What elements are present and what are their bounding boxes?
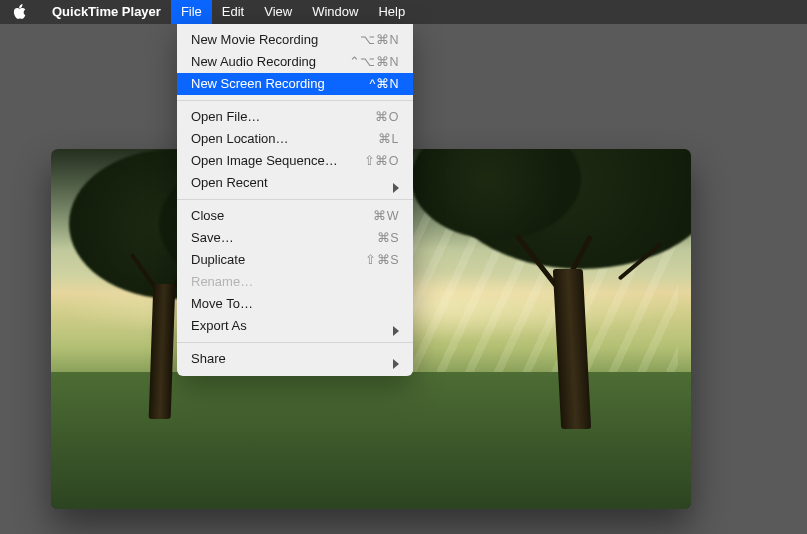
menu-item-export-as[interactable]: Export As [177,315,413,337]
menu-item-label: New Screen Recording [191,73,325,95]
apple-logo-icon[interactable] [12,4,28,20]
menu-item-rename: Rename… [177,271,413,293]
file-menu-dropdown: New Movie Recording ⌥⌘N New Audio Record… [177,24,413,376]
menu-item-new-audio-recording[interactable]: New Audio Recording ⌃⌥⌘N [177,51,413,73]
menu-item-shortcut: ⌥⌘N [360,29,399,51]
menu-separator [177,100,413,101]
menubar-item-edit[interactable]: Edit [212,0,254,24]
menu-item-close[interactable]: Close ⌘W [177,205,413,227]
menu-item-shortcut: ⌃⌥⌘N [349,51,399,73]
menu-item-save[interactable]: Save… ⌘S [177,227,413,249]
menubar-item-help[interactable]: Help [368,0,415,24]
menu-item-open-recent[interactable]: Open Recent [177,172,413,194]
menu-item-label: Duplicate [191,249,245,271]
menu-item-open-image-sequence[interactable]: Open Image Sequence… ⇧⌘O [177,150,413,172]
menu-item-label: Open File… [191,106,260,128]
menu-item-shortcut: ⌘W [373,205,399,227]
chevron-right-icon [393,178,399,188]
menu-item-open-file[interactable]: Open File… ⌘O [177,106,413,128]
menu-item-label: Open Recent [191,172,268,194]
chevron-right-icon [393,321,399,331]
menu-item-label: Save… [191,227,234,249]
menubar-item-file[interactable]: File [171,0,212,24]
menu-item-shortcut: ⇧⌘S [365,249,399,271]
menu-item-label: Rename… [191,271,253,293]
menu-item-label: Export As [191,315,247,337]
menu-separator [177,199,413,200]
menu-item-shortcut: ⌘S [377,227,399,249]
menu-item-duplicate[interactable]: Duplicate ⇧⌘S [177,249,413,271]
menu-item-label: Close [191,205,224,227]
menu-item-shortcut: ⇧⌘O [364,150,399,172]
menu-item-label: Share [191,348,226,370]
menu-item-shortcut: ⌘L [378,128,399,150]
menu-item-open-location[interactable]: Open Location… ⌘L [177,128,413,150]
menubar-item-window[interactable]: Window [302,0,368,24]
menu-item-label: New Audio Recording [191,51,316,73]
menu-item-label: Move To… [191,293,253,315]
app-name: QuickTime Player [42,0,171,24]
menu-item-label: New Movie Recording [191,29,318,51]
menu-item-shortcut: ⌘O [375,106,399,128]
menu-item-new-movie-recording[interactable]: New Movie Recording ⌥⌘N [177,29,413,51]
menu-item-label: Open Image Sequence… [191,150,338,172]
menubar-item-view[interactable]: View [254,0,302,24]
menu-item-label: Open Location… [191,128,289,150]
menu-item-move-to[interactable]: Move To… [177,293,413,315]
menu-separator [177,342,413,343]
chevron-right-icon [393,354,399,364]
menu-item-share[interactable]: Share [177,348,413,370]
menubar: QuickTime Player File Edit View Window H… [0,0,807,24]
menu-item-new-screen-recording[interactable]: New Screen Recording ^⌘N [177,73,413,95]
menu-item-shortcut: ^⌘N [370,73,399,95]
